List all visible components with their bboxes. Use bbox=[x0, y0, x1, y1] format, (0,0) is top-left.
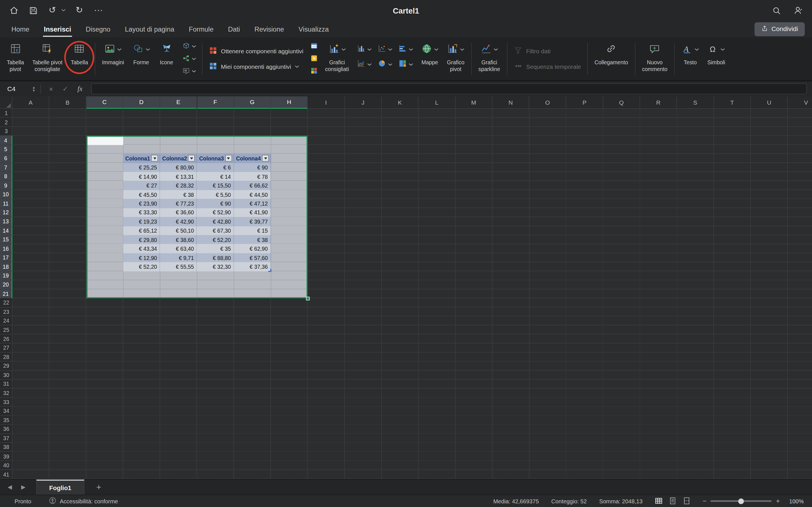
row-header-28[interactable]: 28 bbox=[0, 352, 12, 361]
column-header-R[interactable]: R bbox=[640, 97, 677, 109]
row-header-9[interactable]: 9 bbox=[0, 181, 12, 190]
row-header-6[interactable]: 6 bbox=[0, 154, 12, 163]
app-chart-button[interactable] bbox=[309, 41, 319, 52]
componenti-aggiuntivi-row-1[interactable]: Miei componenti aggiuntivi bbox=[208, 61, 303, 72]
row-header-21[interactable]: 21 bbox=[0, 289, 12, 298]
app-yellow-button[interactable] bbox=[309, 54, 319, 65]
sheet-nav-left-icon[interactable]: ◀ bbox=[3, 484, 17, 491]
pie-chart-button[interactable] bbox=[376, 59, 394, 70]
tab-dati[interactable]: Dati bbox=[221, 21, 247, 36]
threed-model-button[interactable] bbox=[181, 41, 197, 52]
add-sheet-button[interactable]: + bbox=[93, 483, 105, 492]
chevron-down-icon[interactable] bbox=[117, 48, 122, 51]
row-header-2[interactable]: 2 bbox=[0, 118, 12, 127]
row-header-27[interactable]: 27 bbox=[0, 343, 12, 352]
simboli-button[interactable]: ΩSimboli bbox=[704, 39, 729, 79]
save-icon[interactable] bbox=[27, 4, 39, 17]
row-header-4[interactable]: 4 bbox=[0, 136, 12, 145]
cancel-entry-icon[interactable]: × bbox=[44, 84, 58, 93]
account-icon[interactable] bbox=[792, 4, 804, 17]
column-header-I[interactable]: I bbox=[308, 97, 345, 109]
chevron-down-icon[interactable] bbox=[145, 48, 150, 51]
confirm-entry-icon[interactable]: ✓ bbox=[58, 85, 73, 93]
tab-layout-di-pagina[interactable]: Layout di pagina bbox=[118, 21, 182, 36]
column-header-H[interactable]: H bbox=[271, 97, 308, 109]
tab-disegno[interactable]: Disegno bbox=[78, 21, 118, 36]
tabella-button[interactable]: Tabella bbox=[67, 39, 92, 79]
row-header-37[interactable]: 37 bbox=[0, 434, 12, 443]
row-header-12[interactable]: 12 bbox=[0, 208, 12, 217]
chevron-down-icon[interactable] bbox=[694, 48, 699, 51]
row-header-29[interactable]: 29 bbox=[0, 361, 12, 371]
chevron-down-icon[interactable] bbox=[494, 48, 498, 51]
tab-formule[interactable]: Formule bbox=[182, 21, 221, 36]
row-header-22[interactable]: 22 bbox=[0, 298, 12, 307]
chevron-down-icon[interactable] bbox=[191, 70, 196, 73]
chevron-down-icon[interactable] bbox=[367, 48, 372, 51]
zoom-slider[interactable] bbox=[711, 500, 772, 502]
formula-input[interactable] bbox=[91, 83, 807, 95]
tab-home[interactable]: Home bbox=[4, 21, 37, 36]
row-header-31[interactable]: 31 bbox=[0, 380, 12, 389]
select-all-corner[interactable] bbox=[0, 97, 12, 109]
row-header-38[interactable]: 38 bbox=[0, 443, 12, 452]
row-header-17[interactable]: 17 bbox=[0, 253, 12, 262]
mappe-button[interactable]: Mappe bbox=[417, 39, 442, 79]
fill-handle[interactable] bbox=[306, 297, 310, 300]
table-resize-handle[interactable] bbox=[269, 269, 272, 272]
grafico-pivot-button[interactable]: Grafico pivot bbox=[443, 39, 468, 79]
column-header-O[interactable]: O bbox=[529, 97, 566, 109]
chevron-down-icon[interactable] bbox=[191, 45, 196, 48]
row-header-7[interactable]: 7 bbox=[0, 163, 12, 172]
search-icon[interactable] bbox=[770, 4, 782, 17]
column-header-J[interactable]: J bbox=[345, 97, 382, 109]
nuovo-commento-button[interactable]: Nuovo commento bbox=[638, 39, 671, 79]
chevron-down-icon[interactable] bbox=[388, 48, 393, 51]
row-header-20[interactable]: 20 bbox=[0, 280, 12, 289]
filter-button[interactable] bbox=[152, 155, 158, 162]
chevron-down-icon[interactable] bbox=[388, 63, 393, 66]
tab-visualizza[interactable]: Visualizza bbox=[291, 21, 336, 36]
column-header-M[interactable]: M bbox=[456, 97, 492, 109]
sheet-nav-right-icon[interactable]: ▶ bbox=[17, 484, 30, 491]
column-header-K[interactable]: K bbox=[382, 97, 419, 109]
row-header-35[interactable]: 35 bbox=[0, 416, 12, 425]
normal-view-icon[interactable] bbox=[655, 497, 662, 505]
row-header-23[interactable]: 23 bbox=[0, 307, 12, 317]
column-header-U[interactable]: U bbox=[751, 97, 788, 109]
column-header-T[interactable]: T bbox=[714, 97, 751, 109]
row-header-16[interactable]: 16 bbox=[0, 244, 12, 253]
row-header-26[interactable]: 26 bbox=[0, 334, 12, 343]
chevron-down-icon[interactable] bbox=[367, 63, 372, 66]
undo-icon[interactable]: ↺ bbox=[47, 4, 58, 17]
grafici-consigliati-button[interactable]: Grafici consigliati bbox=[322, 39, 352, 79]
column-header-G[interactable]: G bbox=[234, 97, 271, 109]
accessibility-status[interactable]: Accessibilità: conforme bbox=[49, 497, 118, 505]
filter-button[interactable] bbox=[262, 155, 269, 162]
undo-chevron-icon[interactable] bbox=[61, 9, 66, 12]
row-header-19[interactable]: 19 bbox=[0, 271, 12, 280]
page-break-view-icon[interactable] bbox=[683, 497, 690, 505]
column-header-F[interactable]: F bbox=[197, 97, 234, 109]
chevron-down-icon[interactable] bbox=[341, 48, 346, 51]
chevron-down-icon[interactable] bbox=[295, 65, 299, 68]
sheet-cells[interactable]: Colonna1Colonna2Colonna3Colonna4€ 25,25€… bbox=[12, 109, 812, 479]
row-header-40[interactable]: 40 bbox=[0, 461, 12, 470]
filter-button[interactable] bbox=[225, 155, 232, 162]
app-grid-button[interactable] bbox=[309, 66, 319, 77]
grafici-sparkline-button[interactable]: Grafici sparkline bbox=[475, 39, 504, 79]
tabelle-pivot-consigliate-button[interactable]: Tabelle pivot consigliate bbox=[29, 39, 66, 79]
row-header-3[interactable]: 3 bbox=[0, 127, 12, 136]
column-header-E[interactable]: E bbox=[160, 97, 197, 109]
share-button[interactable]: Condividi bbox=[754, 22, 805, 36]
sheet-tab-foglio1[interactable]: Foglio1 bbox=[36, 480, 84, 495]
filter-button[interactable] bbox=[188, 155, 195, 162]
row-header-25[interactable]: 25 bbox=[0, 325, 12, 334]
name-box-stepper[interactable]: ▲▼ bbox=[32, 86, 36, 92]
chevron-down-icon[interactable] bbox=[434, 48, 439, 51]
column-header-L[interactable]: L bbox=[419, 97, 456, 109]
row-header-13[interactable]: 13 bbox=[0, 217, 12, 226]
row-header-41[interactable]: 41 bbox=[0, 470, 12, 479]
row-header-33[interactable]: 33 bbox=[0, 398, 12, 407]
column-header-B[interactable]: B bbox=[49, 97, 86, 109]
